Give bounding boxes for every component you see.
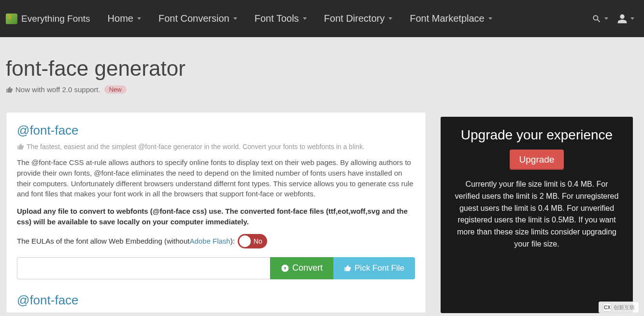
hero: font-face generator Now with woff 2.0 su…: [0, 37, 644, 107]
brand-icon: [6, 14, 17, 24]
page-title: font-face generator: [6, 56, 638, 81]
nav-font-tools[interactable]: Font Tools: [246, 0, 315, 37]
eula-suffix: ):: [230, 237, 235, 245]
content-row: @font-face The fastest, easiest and the …: [0, 107, 644, 313]
eula-toggle[interactable]: No: [238, 234, 267, 248]
upgrade-button[interactable]: Upgrade: [510, 150, 564, 170]
pick-label: Pick Font File: [355, 263, 404, 273]
user-icon: [617, 13, 629, 25]
thumbs-up-icon: [6, 86, 14, 94]
upgrade-title: Upgrade your experience: [452, 127, 621, 143]
brand-text: Everything Fonts: [21, 14, 90, 24]
nav-font-conversion[interactable]: Font Conversion: [150, 0, 246, 37]
adobe-flash-link[interactable]: Adobe Flash: [189, 237, 230, 245]
toggle-knob: [239, 235, 251, 247]
hero-subtitle: Now with woff 2.0 support. New: [6, 85, 638, 94]
eula-line: The EULAs of the font allow Web Embeddin…: [17, 234, 415, 248]
eula-prefix: The EULAs of the font allow Web Embeddin…: [17, 237, 189, 245]
upload-instruction: Upload any file to convert to webfonts (…: [17, 206, 415, 227]
new-badge: New: [104, 85, 127, 94]
search-dropdown[interactable]: [592, 14, 608, 24]
nav-home[interactable]: Home: [99, 0, 150, 37]
input-row: Convert Pick Font File: [17, 257, 415, 279]
nav-right: [592, 13, 638, 25]
convert-button[interactable]: Convert: [270, 257, 333, 279]
tagline: The fastest, easiest and the simplest @f…: [17, 143, 415, 151]
watermark: CX 创新互联: [599, 302, 639, 313]
nav-left: Everything Fonts Home Font Conversion Fo…: [6, 0, 501, 37]
description-paragraph: The @font-face CSS at-rule allows author…: [17, 157, 415, 199]
upload-icon: [281, 264, 289, 273]
upgrade-text: Currently your file size limit is 0.4 MB…: [452, 179, 621, 250]
convert-label: Convert: [292, 263, 323, 273]
section-heading: @font-face: [17, 123, 415, 138]
pick-font-button[interactable]: Pick Font File: [333, 257, 415, 279]
nav-font-directory[interactable]: Font Directory: [315, 0, 401, 37]
toggle-label: No: [254, 237, 262, 245]
thumbs-up-icon: [17, 143, 25, 151]
upgrade-card: Upgrade your experience Upgrade Currentl…: [441, 117, 633, 313]
watermark-logo: CX: [603, 303, 612, 312]
search-icon: [592, 14, 602, 24]
watermark-text: 创新互联: [614, 304, 635, 311]
section2-heading: @font-face: [17, 293, 415, 308]
brand[interactable]: Everything Fonts: [6, 14, 99, 24]
main-card: @font-face The fastest, easiest and the …: [6, 112, 426, 313]
nav-font-marketplace[interactable]: Font Marketplace: [401, 0, 501, 37]
file-path-input[interactable]: [17, 257, 270, 279]
tagline-text: The fastest, easiest and the simplest @f…: [27, 143, 365, 151]
hero-subtitle-text: Now with woff 2.0 support.: [15, 85, 100, 94]
pointer-icon: [344, 264, 352, 272]
top-navbar: Everything Fonts Home Font Conversion Fo…: [0, 0, 644, 37]
user-dropdown[interactable]: [617, 13, 634, 25]
